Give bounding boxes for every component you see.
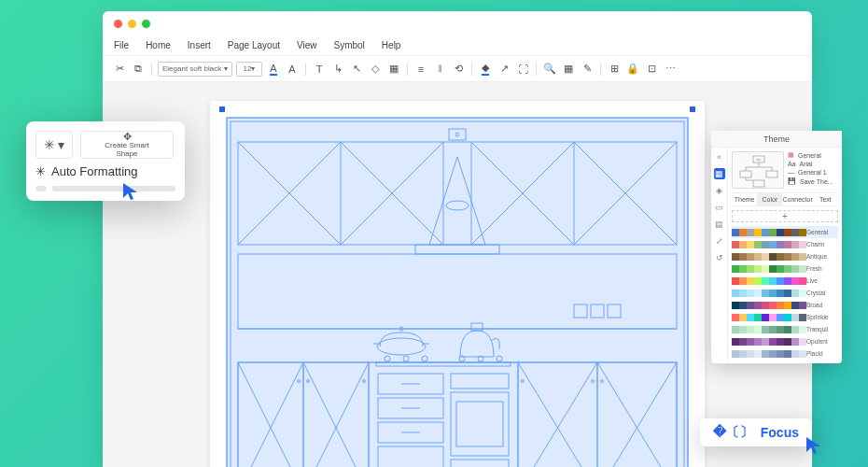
- table-icon[interactable]: ▦: [561, 62, 576, 77]
- svg-rect-73: [740, 171, 751, 177]
- toolbar: ✂ ⧉ Elegant soft black▾ 12 ▾ A A T ↳ ↖ ◇…: [103, 56, 812, 82]
- theme-opt-general[interactable]: ▦General: [788, 151, 833, 159]
- crop-icon[interactable]: ⛶: [515, 62, 530, 77]
- copy-icon[interactable]: ⧉: [131, 62, 146, 77]
- palette-row[interactable]: Live: [732, 275, 838, 287]
- tab-color[interactable]: Color: [757, 193, 782, 205]
- history-icon[interactable]: ↺: [714, 252, 725, 263]
- collapse-icon[interactable]: «: [714, 151, 725, 163]
- fill-icon[interactable]: ◆: [478, 62, 493, 77]
- menu-insert[interactable]: Insert: [188, 40, 211, 50]
- menu-symbol[interactable]: Symbol: [334, 40, 365, 50]
- layers-panel-icon[interactable]: ◈: [714, 185, 725, 196]
- cursor-icon: [121, 181, 142, 202]
- menu-view[interactable]: View: [297, 40, 317, 50]
- grid-view-icon[interactable]: ▦: [714, 168, 725, 179]
- menu-help[interactable]: Help: [382, 40, 401, 50]
- palette-row[interactable]: Antique: [732, 250, 838, 262]
- pen-icon[interactable]: ✎: [580, 62, 595, 77]
- add-palette-button[interactable]: +: [732, 210, 838, 222]
- svg-rect-75: [753, 180, 764, 187]
- highlight-icon[interactable]: A: [285, 62, 300, 77]
- cut-icon[interactable]: ✂: [112, 62, 127, 77]
- blueprint-drawing: [219, 110, 695, 467]
- palette-row[interactable]: Fresh: [732, 262, 838, 275]
- font-select[interactable]: Elegant soft black▾: [158, 62, 232, 77]
- distribute-icon[interactable]: ⫴: [432, 62, 447, 77]
- create-smart-shape-button[interactable]: ✥ Create Smart Shape: [80, 131, 174, 159]
- page-panel-icon[interactable]: ▭: [714, 202, 725, 213]
- palette-row[interactable]: Crystal: [732, 287, 838, 299]
- spark-button[interactable]: ✳ ▾: [35, 131, 73, 159]
- cursor-icon: [805, 435, 825, 456]
- search-icon[interactable]: 🔍: [542, 62, 557, 77]
- svg-rect-74: [766, 171, 777, 177]
- minimize-icon[interactable]: [128, 20, 136, 28]
- autoformat-slider[interactable]: [35, 186, 175, 191]
- grid-icon[interactable]: ⊡: [644, 62, 659, 77]
- autoformat-title: ✳Auto Formatting: [35, 164, 175, 178]
- palette-row[interactable]: Sprinkle: [732, 311, 838, 323]
- titlebar: [103, 11, 812, 35]
- app-window: File Home Insert Page Layout View Symbol…: [103, 11, 812, 467]
- palette-row[interactable]: Placid: [732, 347, 838, 360]
- theme-preview[interactable]: text: [732, 151, 784, 189]
- menu-bar: File Home Insert Page Layout View Symbol…: [103, 35, 812, 56]
- group-icon[interactable]: ⊞: [607, 62, 622, 77]
- text-icon[interactable]: T: [312, 62, 327, 77]
- tab-theme[interactable]: Theme: [732, 193, 757, 205]
- autoformat-popup: ✳ ▾ ✥ Create Smart Shape ✳Auto Formattin…: [26, 121, 185, 201]
- svg-rect-0: [227, 118, 688, 467]
- tab-connector[interactable]: Connector: [782, 193, 812, 205]
- line-icon[interactable]: ↗: [497, 62, 511, 77]
- menu-home[interactable]: Home: [146, 40, 171, 50]
- theme-opt-general1[interactable]: —General 1: [788, 169, 833, 176]
- size-select[interactable]: 12 ▾: [236, 62, 262, 77]
- tab-text[interactable]: Text: [813, 193, 838, 205]
- layers-icon[interactable]: ▦: [386, 62, 401, 77]
- comment-icon[interactable]: ▤: [714, 219, 725, 230]
- theme-panel-title: Theme: [711, 131, 842, 148]
- palette-row[interactable]: Broad: [732, 299, 838, 311]
- palette-row[interactable]: Charm: [732, 238, 838, 250]
- lock-icon[interactable]: 🔒: [625, 62, 640, 77]
- page[interactable]: [210, 101, 705, 467]
- focus-icon: �〔 〕: [713, 424, 753, 441]
- theme-panel: Theme « ▦ ◈ ▭ ▤ ⤢ ↺ text: [711, 131, 842, 363]
- more-icon[interactable]: ⋯: [663, 62, 678, 77]
- palette-row[interactable]: General: [732, 226, 838, 238]
- svg-text:text: text: [757, 158, 762, 162]
- focus-button[interactable]: �〔 〕 Focus: [700, 418, 812, 446]
- canvas[interactable]: [103, 82, 812, 467]
- menu-page-layout[interactable]: Page Layout: [228, 40, 280, 50]
- palette-row[interactable]: Opulent: [732, 335, 838, 347]
- close-icon[interactable]: [114, 20, 122, 28]
- theme-opt-arial[interactable]: AaArial: [788, 161, 833, 167]
- rotate-icon[interactable]: ⟲: [451, 62, 466, 77]
- theme-iconstrip: « ▦ ◈ ▭ ▤ ⤢ ↺: [711, 148, 728, 363]
- pointer-icon[interactable]: ↖: [349, 62, 364, 77]
- shape-icon[interactable]: ◇: [368, 62, 383, 77]
- expand-icon[interactable]: ⤢: [714, 235, 725, 247]
- font-color-icon[interactable]: A: [266, 62, 281, 77]
- menu-file[interactable]: File: [114, 40, 129, 50]
- theme-opt-save[interactable]: 💾Save The...: [788, 177, 833, 185]
- align-left-icon[interactable]: ≡: [413, 62, 428, 77]
- palette-row[interactable]: Tranquil: [732, 323, 838, 335]
- connector-icon[interactable]: ↳: [330, 62, 345, 77]
- maximize-icon[interactable]: [142, 20, 150, 28]
